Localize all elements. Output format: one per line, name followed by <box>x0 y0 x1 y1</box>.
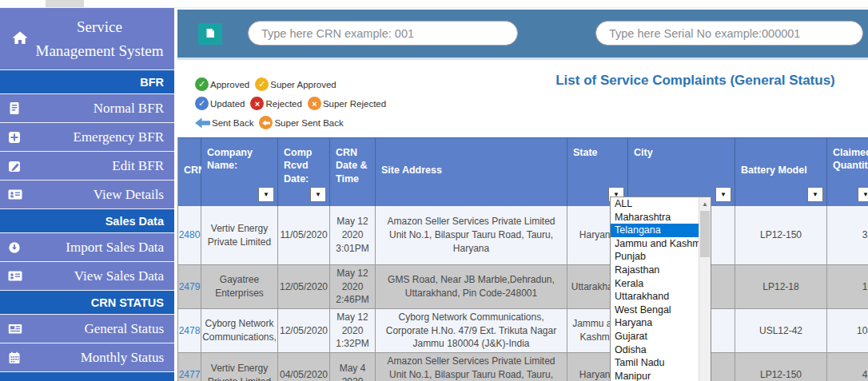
dropdown-option[interactable]: Tamil Nadu <box>611 356 699 370</box>
sidebar-item-normal-bfr[interactable]: Normal BFR <box>0 94 174 123</box>
plus-square-icon <box>8 131 27 144</box>
legend-super-approved: ✓ Super Approved <box>255 77 336 91</box>
claimed-qty-cell: 4 <box>827 353 868 381</box>
new-entry-button[interactable] <box>198 23 222 45</box>
battery-model-cell: LP12-150 <box>735 353 827 381</box>
app-title: Service Management System <box>36 15 164 62</box>
comp-rcvd-date-filter-button[interactable]: ▼ <box>310 187 326 202</box>
dropdown-option-selected[interactable]: Telangana <box>611 224 699 237</box>
battery-model-cell: USL12-42 <box>735 309 827 353</box>
dropdown-scrollbar[interactable]: ▲ <box>699 197 711 381</box>
filter-dropdown-icon: ▼ <box>263 191 269 198</box>
section-label: Sales Data <box>106 215 164 228</box>
complaints-table: CRN Company Name: ▼ Comp Rcvd Date: ▼ CR… <box>177 137 868 381</box>
sidebar-item-label: Monthly Status <box>27 350 164 366</box>
sidebar-item-monthly-status[interactable]: Monthly Status <box>0 343 174 372</box>
table-header-row: CRN Company Name: ▼ Comp Rcvd Date: ▼ CR… <box>177 137 868 206</box>
claimed-qty-cell: 108 <box>827 309 868 353</box>
sidebar-section-bfr: BFR <box>0 70 174 94</box>
page-title: List of Service Complaints (General Stat… <box>532 73 859 89</box>
edit-icon <box>8 160 27 173</box>
company-name-filter-button[interactable]: ▼ <box>258 187 274 202</box>
topbar-underline <box>177 58 868 60</box>
sidebar-item-label: General Status <box>27 321 164 337</box>
document-icon <box>205 28 216 41</box>
crn-link[interactable]: 2479 <box>179 280 201 294</box>
browser-edge-strip <box>0 0 868 8</box>
sidebar-item-label: Edit BFR <box>27 158 164 174</box>
table-row: 2479 Gayatree Enterprises 12/05/2020 May… <box>177 265 868 309</box>
sidebar-item-edit-bfr[interactable]: Edit BFR <box>0 152 174 181</box>
comp-rcvd-date-cell: 11/05/2020 <box>278 206 330 265</box>
dropdown-option[interactable]: ALL <box>611 197 699 211</box>
dropdown-option[interactable]: Maharashtra <box>611 211 699 224</box>
serial-search-input[interactable] <box>595 21 863 46</box>
table-row: 2478 Cyborg Network Communications, 12/0… <box>177 309 868 353</box>
battery-model-cell: LP12-18 <box>735 265 827 309</box>
dropdown-option[interactable]: Gujarat <box>611 330 699 343</box>
claimed-qty-cell: 3 <box>827 206 868 265</box>
site-address-cell: Amazon Seller Services Private Limited U… <box>376 206 567 265</box>
sidebar-item-view-details[interactable]: View Details <box>0 181 174 209</box>
app-header[interactable]: Service Management System <box>0 8 174 70</box>
company-cell: Vertiv Energy Private Limited <box>201 353 278 381</box>
sidebar-section-crn-status: CRN STATUS <box>0 291 174 315</box>
sidebar-item-label: View Sales Data <box>27 268 164 284</box>
dropdown-option[interactable]: Jammu and Kashmir <box>611 237 699 251</box>
sidebar-section-partial <box>0 372 174 381</box>
sidebar-item-general-status[interactable]: General Status <box>0 315 174 343</box>
state-filter-options: ALL Maharashtra Telangana Jammu and Kash… <box>611 197 699 381</box>
battery-model-filter-button[interactable]: ▼ <box>807 187 823 202</box>
city-filter-button[interactable]: ▼ <box>715 187 731 202</box>
section-label: CRN STATUS <box>91 296 164 309</box>
filter-dropdown-icon: ▼ <box>720 191 727 198</box>
claimed-quantity-filter-button[interactable]: ▼ <box>858 187 868 202</box>
column-header-crn: CRN <box>177 137 201 206</box>
claimed-qty-cell: 1 <box>827 265 868 309</box>
column-header-crn-datetime: CRN Date & Time <box>330 137 376 206</box>
scrollbar-thumb[interactable] <box>700 211 710 257</box>
sidebar-item-label: Normal BFR <box>27 101 164 117</box>
status-legend: ✓ Approved ✓ Super Approved ✓ Updated × … <box>195 77 392 135</box>
sidebar-item-emergency-bfr[interactable]: Emergency BFR <box>0 123 174 152</box>
column-header-battery-model: Battery Model ▼ <box>735 137 827 206</box>
company-cell: Gayatree Enterprises <box>201 265 278 309</box>
legend-approved: ✓ Approved <box>195 77 249 91</box>
document-icon <box>8 101 27 115</box>
sidebar-item-import-sales-data[interactable]: Import Sales Data <box>0 233 174 262</box>
filter-dropdown-icon: ▼ <box>315 191 321 198</box>
id-card-icon <box>8 270 27 282</box>
dropdown-option[interactable]: Punjab <box>611 250 699 264</box>
dropdown-option[interactable]: Haryana <box>611 316 699 330</box>
dropdown-option[interactable]: Uttarakhand <box>611 290 699 304</box>
filter-dropdown-icon: ▼ <box>862 191 868 198</box>
approved-check-icon: ✓ <box>195 77 209 91</box>
dropdown-option[interactable]: Odisha <box>611 343 699 357</box>
dropdown-option[interactable]: Rajasthan <box>611 264 699 277</box>
crn-link[interactable]: 2480 <box>179 228 201 242</box>
id-card-icon <box>8 189 27 200</box>
rejected-x-icon: × <box>250 97 264 110</box>
legend-rejected: × Rejected <box>250 97 301 110</box>
legend-updated: ✓ Updated <box>195 97 245 110</box>
comp-rcvd-date-cell: 12/05/2020 <box>278 309 330 353</box>
sidebar-item-label: View Details <box>27 187 164 203</box>
legend-sent-back: Sent Back <box>195 117 253 129</box>
crn-link[interactable]: 2478 <box>179 324 201 338</box>
dropdown-option[interactable]: Manipur <box>611 370 699 381</box>
company-cell: Vertiv Energy Private Limited <box>201 206 278 265</box>
state-filter-dropdown: ALL Maharashtra Telangana Jammu and Kash… <box>610 196 711 381</box>
crn-link[interactable]: 2477 <box>179 368 201 381</box>
sidebar-item-label: Emergency BFR <box>27 129 164 145</box>
comp-rcvd-date-cell: 12/05/2020 <box>278 265 330 309</box>
site-address-cell: GMS Road, Near JB Marble,Dehradun, Uttar… <box>376 265 567 309</box>
dropdown-option[interactable]: West Bengal <box>611 304 699 317</box>
sidebar-item-view-sales-data[interactable]: View Sales Data <box>0 262 174 291</box>
crn-search-input[interactable] <box>248 21 518 46</box>
column-header-claimed-quantity: Claimed Quantity ▼ <box>827 137 868 206</box>
site-address-cell: Amazon Seller Services Private Limited U… <box>376 353 567 381</box>
battery-model-cell: LP12-150 <box>735 206 827 265</box>
scroll-up-icon[interactable]: ▲ <box>699 197 711 210</box>
sidebar-section-sales-data: Sales Data <box>0 209 174 233</box>
dropdown-option[interactable]: Kerala <box>611 277 699 291</box>
